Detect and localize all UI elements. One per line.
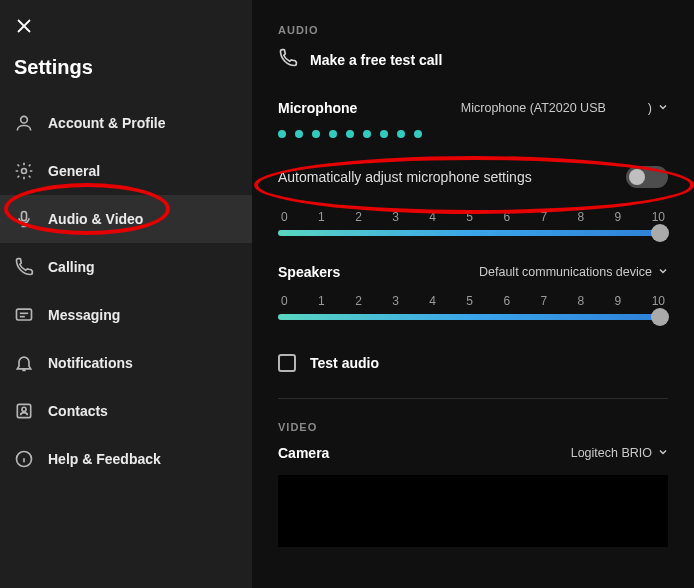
video-section-label: VIDEO	[278, 421, 668, 433]
auto-adjust-label: Automatically adjust microphone settings	[278, 169, 532, 185]
slider-thumb[interactable]	[651, 224, 669, 242]
contacts-icon	[14, 401, 34, 421]
sidebar-item-help-feedback[interactable]: Help & Feedback	[0, 435, 252, 483]
phone-icon	[278, 48, 298, 72]
settings-sidebar: Settings Account & Profile General Audio…	[0, 0, 252, 588]
mic-volume-scale: 012 345 678 910	[278, 210, 668, 224]
speaker-volume-slider[interactable]	[278, 314, 668, 320]
close-icon[interactable]	[16, 18, 252, 38]
chevron-down-icon	[658, 446, 668, 460]
toggle-knob	[629, 169, 645, 185]
camera-row: Camera Logitech BRIO	[278, 445, 668, 461]
camera-dropdown[interactable]: Logitech BRIO	[571, 446, 668, 460]
microphone-value-suffix: )	[648, 101, 652, 115]
auto-adjust-toggle[interactable]	[626, 166, 668, 188]
chevron-down-icon	[658, 265, 668, 279]
sidebar-item-label: Account & Profile	[48, 115, 165, 131]
audio-section-label: AUDIO	[278, 24, 668, 36]
sidebar-item-label: Notifications	[48, 355, 133, 371]
sidebar-item-notifications[interactable]: Notifications	[0, 339, 252, 387]
account-icon	[14, 113, 34, 133]
sidebar-item-label: Audio & Video	[48, 211, 143, 227]
camera-value: Logitech BRIO	[571, 446, 652, 460]
section-divider	[278, 398, 668, 399]
sidebar-item-account-profile[interactable]: Account & Profile	[0, 99, 252, 147]
square-icon	[278, 354, 296, 372]
test-call-label: Make a free test call	[310, 52, 442, 68]
mic-level-meter	[278, 130, 668, 138]
speakers-title: Speakers	[278, 264, 340, 280]
sidebar-item-label: Help & Feedback	[48, 451, 161, 467]
microphone-dropdown[interactable]: Microphone (AT2020 USB )	[461, 101, 668, 115]
chevron-down-icon	[658, 101, 668, 115]
microphone-title: Microphone	[278, 100, 357, 116]
speakers-dropdown[interactable]: Default communications device	[479, 265, 668, 279]
settings-main-panel: AUDIO Make a free test call Microphone M…	[252, 0, 694, 588]
speakers-value: Default communications device	[479, 265, 652, 279]
test-audio-label: Test audio	[310, 355, 379, 371]
sidebar-item-contacts[interactable]: Contacts	[0, 387, 252, 435]
sidebar-item-messaging[interactable]: Messaging	[0, 291, 252, 339]
sidebar-item-general[interactable]: General	[0, 147, 252, 195]
svg-point-9	[22, 407, 26, 411]
sidebar-item-label: Messaging	[48, 307, 120, 323]
svg-rect-5	[17, 309, 32, 320]
make-test-call-button[interactable]: Make a free test call	[278, 48, 668, 72]
sidebar-item-calling[interactable]: Calling	[0, 243, 252, 291]
auto-adjust-row: Automatically adjust microphone settings	[278, 166, 668, 188]
svg-point-3	[22, 169, 27, 174]
sidebar-item-audio-video[interactable]: Audio & Video	[0, 195, 252, 243]
microphone-value: Microphone (AT2020 USB	[461, 101, 606, 115]
test-audio-button[interactable]: Test audio	[278, 348, 668, 398]
microphone-icon	[14, 209, 34, 229]
info-icon	[14, 449, 34, 469]
gear-icon	[14, 161, 34, 181]
sidebar-item-label: Contacts	[48, 403, 108, 419]
microphone-row: Microphone Microphone (AT2020 USB )	[278, 100, 668, 116]
page-title: Settings	[14, 56, 252, 79]
bell-icon	[14, 353, 34, 373]
phone-icon	[14, 257, 34, 277]
camera-preview	[278, 475, 668, 547]
sidebar-item-label: General	[48, 163, 100, 179]
messaging-icon	[14, 305, 34, 325]
speakers-row: Speakers Default communications device	[278, 264, 668, 280]
mic-volume-slider[interactable]	[278, 230, 668, 236]
svg-point-2	[21, 116, 28, 123]
camera-title: Camera	[278, 445, 329, 461]
speaker-volume-scale: 012 345 678 910	[278, 294, 668, 308]
svg-rect-4	[22, 212, 27, 221]
sidebar-item-label: Calling	[48, 259, 95, 275]
slider-thumb[interactable]	[651, 308, 669, 326]
